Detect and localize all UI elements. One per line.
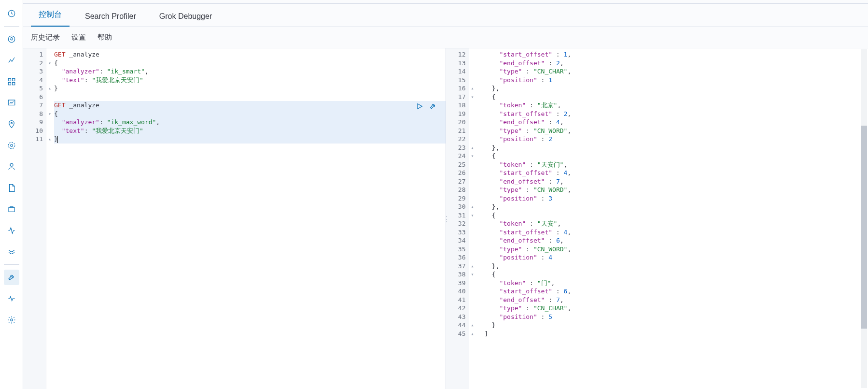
tab-console[interactable]: 控制台 [31,10,70,27]
ml-icon[interactable] [4,138,19,153]
svg-rect-4 [8,83,11,85]
svg-point-8 [8,142,15,149]
svg-rect-3 [12,78,14,81]
subtab-settings[interactable]: 设置 [71,33,86,42]
svg-rect-5 [12,83,14,85]
send-request-icon[interactable] [415,101,424,111]
pane-resizer[interactable]: ⋮ [446,214,449,223]
response-viewer[interactable]: "start_offset" : 1, "end_offset" : 2, "t… [469,48,868,389]
console-subtabs: 历史记录 设置 帮助 [23,27,868,48]
siem-icon[interactable] [4,244,19,259]
logs-icon[interactable] [4,180,19,196]
request-editor[interactable]: GET _analyze{ "analyzer": "ik_smart", "t… [46,48,446,389]
management-icon[interactable] [4,312,19,328]
svg-point-12 [10,319,13,321]
svg-point-10 [10,163,13,166]
canvas-icon[interactable] [4,95,19,111]
top-spacer [23,0,868,4]
response-scrollbar[interactable] [860,48,868,389]
svg-point-7 [11,122,12,124]
maps-icon[interactable] [4,116,19,132]
request-actions [415,101,438,111]
dashboard-icon[interactable] [4,74,19,89]
monitoring-icon[interactable] [4,291,19,306]
infrastructure-icon[interactable] [4,159,19,174]
svg-rect-2 [8,78,11,81]
svg-rect-11 [9,207,14,212]
tab-grok-debugger[interactable]: Grok Debugger [152,12,220,27]
response-gutter: 1213141516171819202122232425262728293031… [446,48,469,389]
response-pane: ⋮ 12131415161718192021222324252627282930… [446,48,868,389]
editor-panes: 1234567891011 ▾▴▾▴ GET _analyze{ "analyz… [23,48,868,389]
tab-search-profiler[interactable]: Search Profiler [77,12,144,27]
uptime-icon[interactable] [4,223,19,238]
scrollbar-thumb[interactable] [861,126,867,329]
wrench-icon[interactable] [428,101,438,111]
recent-icon[interactable] [4,6,19,21]
subtab-history[interactable]: 历史记录 [31,33,60,42]
visualize-icon[interactable] [4,53,19,68]
discover-icon[interactable] [4,31,19,47]
kibana-sidebar [0,0,23,389]
apm-icon[interactable] [4,202,19,217]
dev-tools-tabs: 控制台 Search Profiler Grok Debugger [23,4,868,27]
subtab-help[interactable]: 帮助 [98,33,112,42]
request-gutter: 1234567891011 [23,48,46,389]
svg-point-9 [10,144,13,147]
svg-point-1 [8,36,15,43]
request-pane: 1234567891011 ▾▴▾▴ GET _analyze{ "analyz… [23,48,446,389]
main-content: 控制台 Search Profiler Grok Debugger 历史记录 设… [23,0,868,389]
dev-tools-icon[interactable] [4,270,19,285]
